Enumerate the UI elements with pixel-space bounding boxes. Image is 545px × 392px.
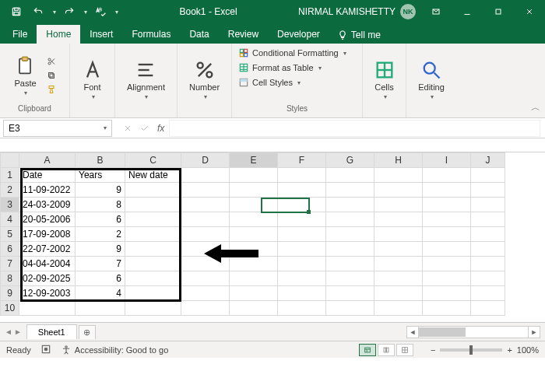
sheet-tab[interactable]: Sheet1 <box>26 324 77 339</box>
collapse-ribbon-button[interactable]: ︿ <box>531 101 540 114</box>
macro-record-icon[interactable] <box>40 344 51 356</box>
horizontal-scrollbar[interactable]: ◄ ► <box>406 326 545 338</box>
row-header[interactable]: 4 <box>1 212 19 227</box>
arrow-annotation <box>204 242 258 265</box>
cell[interactable]: 11-09-2022 <box>19 183 76 198</box>
zoom-in-button[interactable]: + <box>507 345 512 355</box>
undo-dropdown[interactable]: ▾ <box>53 9 56 16</box>
cell[interactable]: 22-07-2002 <box>19 242 76 257</box>
col-header[interactable]: A <box>19 153 76 168</box>
scroll-thumb[interactable] <box>419 327 466 337</box>
ribbon-options-button[interactable] <box>420 0 452 23</box>
row-header[interactable]: 6 <box>1 242 19 257</box>
font-button[interactable]: Font▾ <box>79 58 107 102</box>
cell[interactable]: New date <box>125 168 181 183</box>
cell[interactable]: 7 <box>76 257 125 271</box>
cell[interactable]: 2 <box>76 227 125 242</box>
zoom-slider[interactable] <box>440 348 502 352</box>
tab-home[interactable]: Home <box>37 25 80 44</box>
tab-developer[interactable]: Developer <box>268 25 329 44</box>
cell[interactable]: 02-09-2025 <box>19 271 76 286</box>
tell-me[interactable]: Tell me <box>329 26 389 44</box>
cell[interactable]: 24-03-2009 <box>19 198 76 212</box>
svg-rect-16 <box>49 86 54 89</box>
row-header[interactable]: 2 <box>1 183 19 198</box>
close-button[interactable] <box>514 0 545 23</box>
tab-file[interactable]: File <box>3 25 37 44</box>
redo-button[interactable] <box>61 3 78 20</box>
row-header[interactable]: 1 <box>1 168 19 183</box>
format-painter-button[interactable] <box>44 83 58 96</box>
row-header[interactable]: 5 <box>1 227 19 242</box>
worksheet-grid[interactable]: A B C D E F G H I J 1DateYearsNew date 2… <box>0 152 545 322</box>
cell[interactable]: Date <box>19 168 76 183</box>
cell[interactable]: 04-04-2004 <box>19 257 76 271</box>
minimize-button[interactable] <box>452 0 483 23</box>
conditional-formatting-button[interactable]: Conditional Formatting▾ <box>238 47 346 59</box>
col-header[interactable]: F <box>278 153 326 168</box>
scroll-right-button[interactable]: ► <box>528 326 540 338</box>
tab-data[interactable]: Data <box>180 25 218 44</box>
redo-dropdown[interactable]: ▾ <box>84 9 87 16</box>
col-header[interactable]: I <box>423 153 471 168</box>
row-header[interactable]: 10 <box>1 301 19 316</box>
number-button[interactable]: Number▾ <box>186 58 223 102</box>
spellcheck-icon[interactable] <box>92 3 109 20</box>
undo-button[interactable] <box>30 3 47 20</box>
svg-line-22 <box>198 64 210 76</box>
tab-formulas[interactable]: Formulas <box>122 25 180 44</box>
cell[interactable]: 17-09-2008 <box>19 227 76 242</box>
col-header[interactable]: D <box>181 153 230 168</box>
col-header[interactable]: C <box>125 153 181 168</box>
page-layout-view-button[interactable] <box>378 344 395 356</box>
col-header[interactable]: G <box>326 153 374 168</box>
scroll-track[interactable] <box>419 326 528 338</box>
zoom-level[interactable]: 100% <box>517 345 539 355</box>
cancel-icon[interactable] <box>123 124 132 133</box>
col-header[interactable]: B <box>76 153 125 168</box>
fx-icon[interactable]: fx <box>157 123 164 134</box>
cell-styles-button[interactable]: Cell Styles▾ <box>238 76 301 89</box>
editing-button[interactable]: Editing▾ <box>415 58 448 102</box>
copy-button[interactable] <box>44 69 58 82</box>
cell[interactable]: 8 <box>76 198 125 212</box>
accessibility-status[interactable]: Accessibility: Good to go <box>61 345 168 355</box>
cell[interactable]: 9 <box>76 183 125 198</box>
row-header[interactable]: 7 <box>1 257 19 271</box>
new-sheet-button[interactable]: ⊕ <box>79 325 96 339</box>
cut-button[interactable] <box>44 55 58 68</box>
cell[interactable]: 6 <box>76 271 125 286</box>
tab-review[interactable]: Review <box>219 25 268 44</box>
name-box[interactable]: E3▾ <box>3 120 112 137</box>
account-area[interactable]: NIRMAL KAMISHETTY NK <box>298 4 420 19</box>
scroll-left-button[interactable]: ◄ <box>406 326 419 338</box>
col-header[interactable]: E <box>230 153 278 168</box>
normal-view-button[interactable] <box>359 344 376 356</box>
cell[interactable]: 9 <box>76 242 125 257</box>
cell[interactable]: 4 <box>76 286 125 301</box>
alignment-button[interactable]: Alignment▾ <box>124 58 168 102</box>
cell[interactable]: 6 <box>76 212 125 227</box>
enter-icon[interactable] <box>140 124 149 133</box>
tab-insert[interactable]: Insert <box>80 25 122 44</box>
cell[interactable]: Years <box>76 168 125 183</box>
formula-bar[interactable] <box>169 120 540 137</box>
cells-button[interactable]: Cells▾ <box>371 58 399 102</box>
row-header[interactable]: 8 <box>1 271 19 286</box>
col-header[interactable]: H <box>374 153 423 168</box>
paste-button[interactable]: Paste▾ <box>11 54 39 98</box>
row-header[interactable]: 3 <box>1 198 19 212</box>
select-all-button[interactable] <box>1 153 19 168</box>
save-button[interactable] <box>8 3 25 20</box>
lightbulb-icon <box>337 30 348 40</box>
cell[interactable]: 12-09-2003 <box>19 286 76 301</box>
maximize-button[interactable] <box>483 0 514 23</box>
sheet-nav[interactable]: ◄► <box>0 327 26 336</box>
format-as-table-button[interactable]: Format as Table▾ <box>238 61 322 74</box>
cell[interactable]: 20-05-2006 <box>19 212 76 227</box>
page-break-view-button[interactable] <box>396 344 413 356</box>
zoom-out-button[interactable]: − <box>431 345 435 355</box>
col-header[interactable]: J <box>471 153 505 168</box>
cells-icon <box>374 59 396 81</box>
row-header[interactable]: 9 <box>1 286 19 301</box>
